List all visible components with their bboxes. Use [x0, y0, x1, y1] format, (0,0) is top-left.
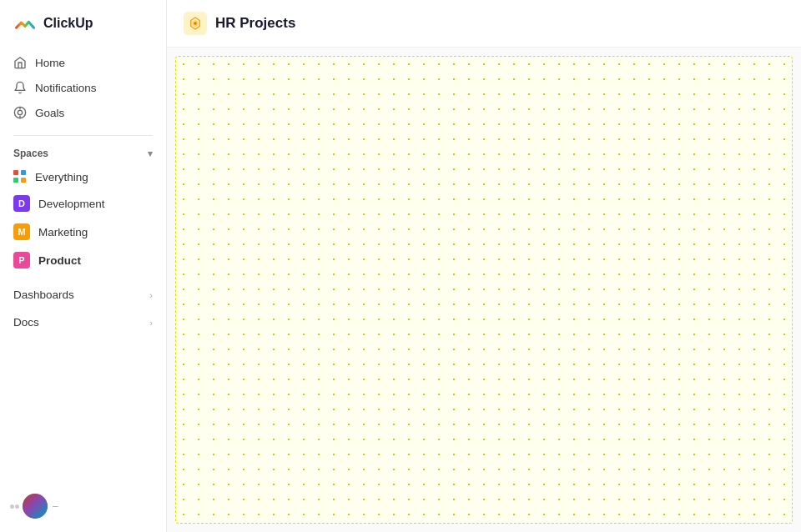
dot-2 — [15, 504, 19, 509]
main-content: HR Projects — [167, 0, 801, 532]
dashboards-label: Dashboards — [13, 289, 74, 301]
divider-1 — [13, 135, 153, 136]
page-title: HR Projects — [215, 15, 295, 32]
spaces-label: Spaces — [13, 148, 48, 159]
sidebar-item-dashboards[interactable]: Dashboards › — [7, 283, 159, 307]
user-ellipsis-icon: – — [53, 500, 58, 512]
nav-section: Home Notifications Goals — [0, 47, 166, 128]
sidebar-item-everything[interactable]: Everything — [7, 164, 159, 189]
sidebar: ClickUp Home Notifications — [0, 0, 167, 532]
sidebar-item-development[interactable]: D Development — [7, 189, 159, 218]
development-label: Development — [38, 198, 105, 210]
logo-text: ClickUp — [43, 16, 93, 31]
sidebar-item-docs[interactable]: Docs › — [7, 310, 159, 334]
product-label: Product — [38, 254, 81, 267]
sidebar-item-home[interactable]: Home — [7, 50, 159, 75]
spaces-header[interactable]: Spaces ▾ — [0, 143, 166, 164]
everything-grid-icon — [13, 170, 27, 183]
dot-1 — [10, 504, 14, 509]
sidebar-item-product[interactable]: P Product — [7, 246, 159, 274]
home-label: Home — [35, 57, 65, 69]
svg-point-1 — [18, 110, 22, 114]
marketing-label: Marketing — [38, 226, 88, 238]
sidebar-item-notifications[interactable]: Notifications — [7, 75, 159, 100]
product-avatar: P — [13, 252, 30, 269]
sidebar-item-marketing[interactable]: M Marketing — [7, 218, 159, 246]
goals-label: Goals — [35, 107, 64, 119]
svg-point-5 — [194, 22, 197, 25]
main-header: HR Projects — [167, 0, 801, 48]
target-icon — [13, 106, 27, 119]
status-dots — [10, 504, 19, 509]
docs-chevron-icon: › — [149, 318, 153, 328]
notifications-label: Notifications — [35, 82, 97, 94]
docs-label: Docs — [13, 316, 39, 329]
main-body — [175, 56, 793, 524]
docs-left: Docs — [13, 316, 39, 329]
bell-icon — [13, 81, 27, 94]
avatar[interactable] — [23, 494, 48, 519]
dashboards-left: Dashboards — [13, 289, 74, 301]
spaces-chevron-icon: ▾ — [148, 148, 153, 159]
dashboards-chevron-icon: › — [149, 290, 153, 300]
development-avatar: D — [13, 195, 30, 212]
avatar-image — [23, 494, 48, 519]
clickup-logo-icon — [13, 12, 37, 35]
sidebar-item-goals[interactable]: Goals — [7, 100, 159, 125]
home-icon — [13, 56, 27, 69]
user-avatar-wrapper: – — [10, 494, 58, 519]
hr-projects-icon — [184, 12, 207, 35]
sidebar-logo[interactable]: ClickUp — [0, 0, 166, 47]
marketing-avatar: M — [13, 223, 30, 240]
sidebar-user-area[interactable]: – — [0, 487, 166, 525]
everything-label: Everything — [35, 171, 88, 183]
